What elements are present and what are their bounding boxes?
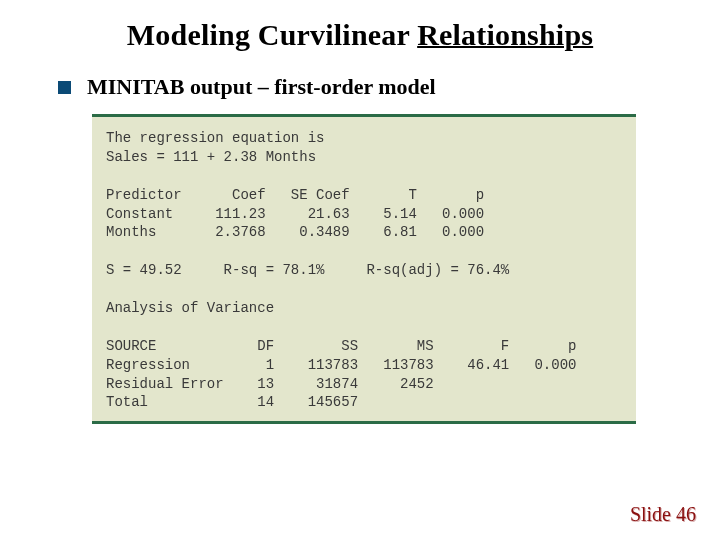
output-line: Predictor Coef SE Coef T p	[106, 187, 484, 203]
output-line: Sales = 111 + 2.38 Months	[106, 149, 316, 165]
subtitle-row: MINITAB output – first-order model	[58, 74, 436, 100]
output-line: Constant 111.23 21.63 5.14 0.000	[106, 206, 484, 222]
slide: Modeling Curvilinear Relationships MINIT…	[0, 0, 720, 540]
output-line: Analysis of Variance	[106, 300, 274, 316]
slide-title: Modeling Curvilinear Relationships	[0, 18, 720, 52]
output-line: SOURCE DF SS MS F p	[106, 338, 576, 354]
footer-label: Slide	[630, 503, 671, 525]
slide-footer: Slide 46	[630, 503, 696, 526]
minitab-output-panel: The regression equation is Sales = 111 +…	[92, 114, 636, 424]
output-line: S = 49.52 R-sq = 78.1% R-sq(adj) = 76.4%	[106, 262, 509, 278]
output-line: Residual Error 13 31874 2452	[106, 376, 434, 392]
output-line: Regression 1 113783 113783 46.41 0.000	[106, 357, 576, 373]
output-line: The regression equation is	[106, 130, 324, 146]
title-text: Modeling Curvilinear	[127, 18, 417, 51]
footer-number: 46	[676, 503, 696, 525]
subtitle-text: MINITAB output – first-order model	[87, 74, 436, 100]
output-line: Total 14 145657	[106, 394, 358, 410]
title-underlined: Relationships	[417, 18, 593, 51]
square-bullet-icon	[58, 81, 71, 94]
output-line: Months 2.3768 0.3489 6.81 0.000	[106, 224, 484, 240]
